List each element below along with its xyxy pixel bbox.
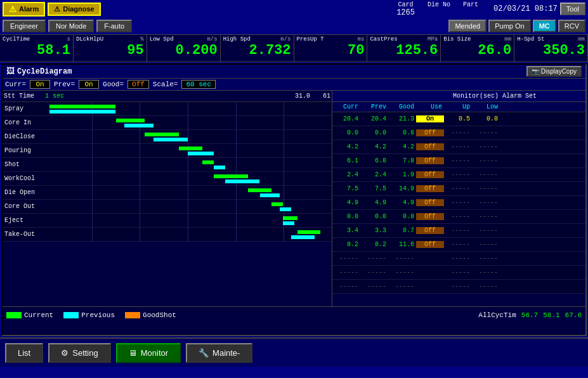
mon-cell-2: 4.2 bbox=[360, 143, 388, 150]
mon-cell-1: 0.0 bbox=[332, 129, 360, 136]
diagram-row: Shot bbox=[3, 158, 332, 172]
mainte-button[interactable]: 🔧 Mainte- bbox=[186, 343, 252, 363]
setting-button[interactable]: ⚙ Setting bbox=[48, 343, 110, 363]
alarm-label: Alarm bbox=[19, 5, 39, 13]
grid-line bbox=[92, 200, 93, 213]
metric-value-6: 26.0 bbox=[443, 44, 511, 58]
bar-area-1 bbox=[44, 116, 332, 129]
mon-cell-12: ----- bbox=[332, 283, 360, 290]
mon-cell-11: ----- bbox=[472, 269, 500, 276]
alarm-use-cell-0[interactable]: On bbox=[416, 115, 444, 122]
grid-line bbox=[236, 228, 237, 241]
scale-value[interactable]: 60 sec bbox=[181, 80, 216, 89]
diagnose-label: Diagnose bbox=[63, 5, 95, 13]
monitor-label: Monitor bbox=[141, 348, 168, 358]
grid-line bbox=[284, 144, 284, 157]
mon-cell-10: ----- bbox=[444, 255, 472, 262]
alarm-use-cell-5[interactable]: Off bbox=[416, 185, 444, 192]
cycle-header: 🖼 CycleDiagram 📷 DisplayCopy bbox=[3, 65, 585, 79]
curr-bar-5 bbox=[214, 174, 248, 178]
metric-6: Bis Size mm 26.0 bbox=[441, 35, 514, 62]
alarm-use-cell-2[interactable]: Off bbox=[416, 143, 444, 150]
mon-cell-4: 2.4 bbox=[332, 171, 360, 178]
metric-value-1: 95 bbox=[76, 44, 144, 58]
metric-label-2: Low Spd m/s bbox=[150, 36, 218, 42]
fauto-button[interactable]: F-auto bbox=[96, 20, 132, 32]
col-up-header: Up bbox=[444, 103, 472, 110]
mon-cell-8: ----- bbox=[444, 227, 472, 234]
main-content: Stt Time 1 sec 31.0 61 SprayCore InDieCl… bbox=[3, 91, 585, 306]
allcyctim-val3: 67.6 bbox=[565, 311, 582, 319]
diagnose-button[interactable]: ⚠ Diagnose bbox=[48, 3, 101, 16]
diagram-row: Pouring bbox=[3, 144, 332, 158]
diagram-section: Stt Time 1 sec 31.0 61 SprayCore InDieCl… bbox=[3, 91, 332, 306]
alarm-use-cell-4[interactable]: Off bbox=[416, 171, 444, 178]
row-label-8: Eject bbox=[3, 217, 44, 224]
monitor-row: ------------------------- bbox=[332, 266, 585, 280]
allcyc-area: AllCycTim 56.7 58.1 67.6 bbox=[478, 311, 582, 319]
grid-line bbox=[92, 186, 93, 199]
pumpon-button[interactable]: Pump On bbox=[488, 20, 530, 32]
mon-cell-12: ----- bbox=[472, 283, 500, 290]
curr-bar-8 bbox=[283, 216, 297, 220]
tool-button[interactable]: Tool bbox=[560, 3, 585, 15]
mon-cell-0: 21.3 bbox=[388, 115, 416, 122]
grid-line bbox=[92, 214, 93, 227]
list-button[interactable]: List bbox=[5, 343, 43, 363]
current-color-swatch bbox=[6, 312, 22, 318]
curr-value[interactable]: On bbox=[30, 80, 50, 89]
mon-cell-7: 0.0 bbox=[360, 213, 388, 220]
mon-cell-10: ----- bbox=[472, 255, 500, 262]
row-label-4: Shot bbox=[3, 161, 44, 168]
mon-cell-2: ----- bbox=[444, 143, 472, 150]
alarm-use-cell-8[interactable]: Off bbox=[416, 227, 444, 234]
alarm-use-cell-3[interactable]: Off bbox=[416, 157, 444, 164]
allcyctim-val2: 58.1 bbox=[543, 311, 559, 319]
alarm-warn-icon: ⚠ bbox=[9, 4, 16, 14]
mon-cell-6: 4.9 bbox=[360, 199, 388, 206]
alarm-use-cell-6[interactable]: Off bbox=[416, 199, 444, 206]
mon-cell-10: ----- bbox=[332, 255, 360, 262]
prev-bar-0 bbox=[49, 110, 115, 114]
rcv-button[interactable]: RCV bbox=[558, 20, 585, 32]
metric-value-3: 2.732 bbox=[223, 44, 291, 58]
mon-cell-7: ----- bbox=[444, 213, 472, 220]
display-copy-button[interactable]: 📷 DisplayCopy bbox=[526, 66, 582, 77]
alarm-use-cell-9[interactable]: Off bbox=[416, 241, 444, 248]
engineer-button[interactable]: Engineer bbox=[3, 20, 46, 32]
mon-cell-6: ----- bbox=[472, 199, 500, 206]
alarm-button[interactable]: ⚠ Alarm bbox=[3, 2, 45, 16]
mon-cell-9: 8.2 bbox=[332, 241, 360, 248]
grid-line bbox=[140, 158, 140, 171]
allcyctim-label: AllCycTim bbox=[478, 311, 516, 319]
mc-button[interactable]: MC bbox=[533, 20, 556, 32]
prev-value[interactable]: On bbox=[79, 80, 99, 89]
card-info: Card 1265 Die No Part bbox=[396, 1, 478, 17]
mon-cell-6: ----- bbox=[444, 199, 472, 206]
camera-icon: 📷 bbox=[532, 68, 541, 75]
bar-area-4 bbox=[44, 158, 332, 171]
good-value[interactable]: Off bbox=[127, 80, 149, 89]
diagram-row: DieClose bbox=[3, 130, 332, 144]
alarm-use-cell-7[interactable]: Off bbox=[416, 213, 444, 220]
grid-line bbox=[140, 144, 140, 157]
legend-row: Current Previous GoodShot AllCycTim 56.7… bbox=[3, 306, 585, 323]
col-use-header: Use bbox=[416, 103, 444, 110]
mon-cell-4: ----- bbox=[472, 171, 500, 178]
row-label-7: Core Out bbox=[3, 203, 44, 210]
monitor-button[interactable]: 🖥 Monitor bbox=[116, 343, 181, 363]
mon-cell-12: ----- bbox=[360, 283, 388, 290]
curr-bar-0 bbox=[49, 105, 115, 108]
alarm-use-cell-1[interactable]: Off bbox=[416, 129, 444, 136]
card-value: 1265 bbox=[396, 8, 415, 17]
metric-label-1: DLckHlpU % bbox=[76, 36, 144, 42]
bar-area-5 bbox=[44, 172, 332, 185]
diagram-rows-container: SprayCore InDieClosePouringShotWorkCoolD… bbox=[3, 102, 332, 242]
col-good-header: Good bbox=[388, 103, 416, 110]
status-group: Mended Pump On MC RCV bbox=[448, 20, 585, 32]
normode-button[interactable]: Nor Mode bbox=[48, 20, 94, 32]
mended-button[interactable]: Mended bbox=[448, 20, 487, 32]
bottom-nav: List ⚙ Setting 🖥 Monitor 🔧 Mainte- bbox=[0, 337, 588, 367]
metric-2: Low Spd m/s 0.200 bbox=[147, 35, 221, 62]
mon-cell-7: ----- bbox=[472, 213, 500, 220]
